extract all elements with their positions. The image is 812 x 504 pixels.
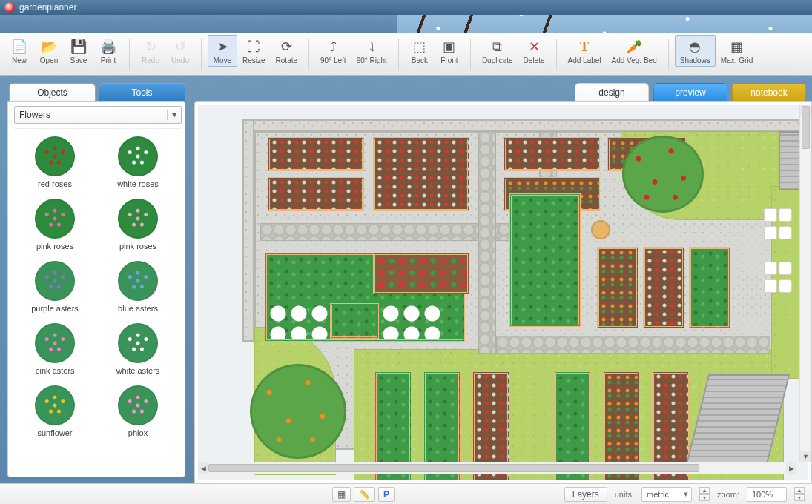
tab-design[interactable]: design: [575, 83, 649, 101]
properties-button[interactable]: P: [378, 487, 395, 502]
toolbar-separator: [308, 39, 309, 70]
category-value: Flowers: [19, 110, 50, 120]
grid-toggle-button[interactable]: ▦: [332, 487, 351, 502]
bring-front-icon: ▣: [441, 39, 458, 55]
resize-icon: ⛶: [245, 39, 262, 55]
tab-preview[interactable]: preview: [653, 83, 727, 101]
add-veg-bed-button[interactable]: 🥕Add Veg. Bed: [607, 35, 662, 67]
move-button[interactable]: ➤Move: [208, 35, 237, 67]
tab-notebook[interactable]: notebook: [732, 83, 806, 101]
scroll-thumb[interactable]: [208, 464, 699, 472]
right-panel: design preview notebook: [194, 83, 812, 483]
layers-button[interactable]: Layers: [564, 487, 607, 502]
print-button[interactable]: 🖨️Print: [93, 35, 123, 67]
object-thumbnail: [31, 199, 79, 239]
object-thumbnail: [114, 323, 162, 363]
chevron-down-icon: ▾: [167, 110, 176, 120]
toolbar-separator: [129, 39, 130, 70]
app-logo-icon: [4, 2, 15, 13]
rotate-right-icon: ⤵: [363, 39, 380, 55]
object-item[interactable]: pink roses: [14, 196, 96, 253]
resize-button[interactable]: ⛶Resize: [237, 35, 271, 67]
object-label: red roses: [38, 179, 72, 188]
units-value: metric: [647, 490, 669, 499]
object-label: sunflower: [37, 428, 72, 437]
object-label: white asters: [116, 366, 160, 375]
object-item[interactable]: white roses: [97, 133, 179, 191]
print-icon: 🖨️: [100, 39, 116, 55]
zoom-input[interactable]: 100%: [747, 487, 787, 502]
undo-button[interactable]: ↺Undo: [165, 35, 195, 67]
app-title: gardenplanner: [19, 2, 76, 13]
object-item[interactable]: phlox: [97, 382, 179, 440]
object-label: purple asters: [31, 304, 79, 313]
object-item[interactable]: pink asters: [14, 320, 96, 378]
properties-icon: P: [383, 489, 389, 500]
send-back-icon: ⬚: [412, 39, 428, 55]
new-file-icon: 📄: [11, 39, 27, 55]
toolbar-separator: [398, 39, 399, 70]
object-item[interactable]: red roses: [14, 133, 96, 191]
cursor-icon: ➤: [214, 39, 231, 55]
delete-icon: ✕: [526, 39, 542, 55]
bring-front-button[interactable]: ▣Front: [435, 35, 464, 67]
zoom-spinner[interactable]: ▲▼: [794, 487, 805, 501]
object-item[interactable]: blue asters: [97, 258, 179, 316]
object-item[interactable]: pink roses: [97, 196, 179, 253]
shadows-icon: ◓: [687, 39, 703, 55]
object-item[interactable]: white asters: [97, 320, 179, 378]
scroll-down-icon[interactable]: ▼: [800, 451, 811, 462]
object-item[interactable]: purple asters: [14, 258, 96, 316]
duplicate-button[interactable]: ⧉Duplicate: [477, 35, 518, 67]
new-button[interactable]: 📄New: [4, 35, 34, 67]
canvas-vertical-scrollbar[interactable]: ▲ ▼: [799, 105, 811, 462]
rotate-left-icon: ⤴: [325, 39, 341, 55]
zoom-value: 100%: [752, 490, 773, 499]
rotate-icon: ⟳: [278, 39, 294, 55]
rotate-right-button[interactable]: ⤵90° Right: [351, 35, 392, 67]
category-dropdown[interactable]: Flowers ▾: [14, 106, 182, 124]
object-label: pink asters: [35, 366, 74, 375]
redo-button[interactable]: ↻Redo: [136, 35, 165, 67]
veg-bed-icon: 🥕: [626, 39, 642, 55]
object-thumbnail: [31, 385, 79, 425]
save-icon: 💾: [70, 39, 87, 55]
design-canvas[interactable]: [198, 105, 808, 480]
objects-panel: Flowers ▾ red roseswhite rosespink roses…: [7, 101, 185, 477]
add-label-button[interactable]: TAdd Label: [563, 35, 607, 67]
tab-tools[interactable]: Tools: [99, 83, 185, 101]
object-thumbnail: [31, 136, 79, 176]
object-label: white roses: [117, 179, 159, 188]
open-button[interactable]: 📂Open: [34, 35, 64, 67]
scroll-thumb[interactable]: [802, 106, 810, 149]
header-banner: [0, 15, 812, 33]
object-thumbnail: [114, 136, 162, 176]
units-spinner[interactable]: ▲▼: [699, 487, 710, 501]
duplicate-icon: ⧉: [489, 39, 506, 55]
left-panel: Objects Tools Flowers ▾ red roseswhite r…: [7, 83, 185, 483]
undo-icon: ↺: [172, 39, 188, 55]
object-item[interactable]: sunflower: [14, 382, 96, 440]
max-grid-button[interactable]: ▦Max. Grid: [716, 35, 758, 67]
design-canvas-frame: ▲ ▼ ◀ ▶: [194, 101, 812, 483]
text-label-icon: T: [576, 39, 593, 55]
delete-button[interactable]: ✕Delete: [518, 35, 550, 67]
toolbar-separator: [470, 39, 471, 70]
canvas-horizontal-scrollbar[interactable]: ◀ ▶: [198, 462, 796, 474]
open-folder-icon: 📂: [41, 39, 57, 55]
object-thumbnail: [114, 385, 162, 425]
rotate-button[interactable]: ⟳Rotate: [271, 35, 303, 67]
title-bar: gardenplanner: [0, 0, 812, 15]
scroll-left-icon[interactable]: ◀: [198, 462, 208, 474]
scroll-right-icon[interactable]: ▶: [786, 462, 796, 474]
save-button[interactable]: 💾Save: [64, 35, 93, 67]
status-bar: ▦ 📏 P Layers units: metric ▾ ▲▼ zoom: 10…: [0, 483, 812, 504]
shadows-button[interactable]: ◓Shadows: [675, 35, 716, 67]
tab-objects[interactable]: Objects: [9, 83, 96, 101]
toolbar-separator: [668, 39, 669, 70]
rotate-left-button[interactable]: ⤴90° Left: [315, 35, 351, 67]
units-dropdown[interactable]: metric ▾: [641, 487, 692, 502]
ruler-toggle-button[interactable]: 📏: [354, 487, 375, 502]
send-back-button[interactable]: ⬚Back: [405, 35, 435, 67]
objects-scroll[interactable]: red roseswhite rosespink rosespink roses…: [14, 128, 182, 472]
